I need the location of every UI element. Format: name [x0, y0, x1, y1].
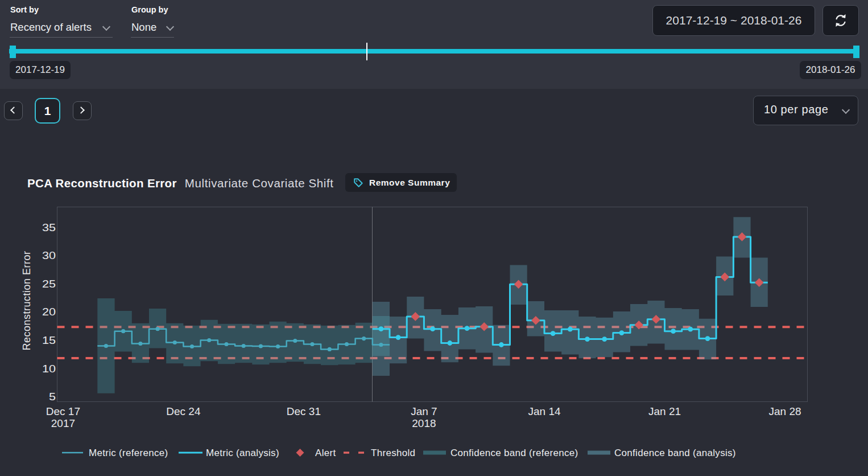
svg-text:Jan 28: Jan 28 — [768, 405, 801, 417]
svg-text:20: 20 — [42, 306, 56, 318]
svg-text:Dec 31: Dec 31 — [287, 405, 321, 417]
svg-text:Dec 17: Dec 17 — [46, 405, 80, 417]
svg-text:30: 30 — [42, 249, 56, 261]
svg-text:2017: 2017 — [51, 417, 75, 429]
svg-text:5: 5 — [49, 391, 56, 403]
svg-text:10: 10 — [42, 363, 56, 375]
svg-text:15: 15 — [42, 334, 56, 346]
svg-text:Jan 21: Jan 21 — [648, 405, 681, 417]
svg-text:2018: 2018 — [412, 417, 436, 429]
svg-text:Reconstruction Error: Reconstruction Error — [21, 251, 32, 350]
svg-text:Dec 24: Dec 24 — [166, 405, 201, 417]
svg-text:Jan 7: Jan 7 — [411, 405, 437, 417]
svg-text:25: 25 — [42, 278, 56, 290]
svg-text:Jan 14: Jan 14 — [528, 405, 560, 417]
svg-text:35: 35 — [42, 221, 56, 233]
